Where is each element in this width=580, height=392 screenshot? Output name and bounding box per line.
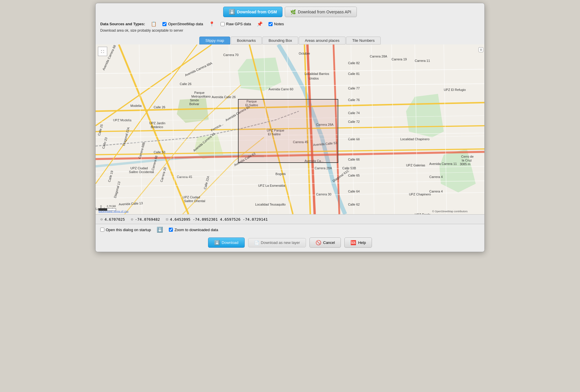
osm-label: OpenStreetMap data (168, 22, 203, 26)
svg-text:Calle 68: Calle 68 (348, 137, 360, 141)
svg-text:Carrera 11: Carrera 11 (415, 59, 430, 62)
osm-icon: 📋 (151, 21, 157, 27)
circle-icon: ⊙ (131, 217, 133, 222)
zoom-checkbox[interactable] (169, 228, 173, 232)
notes-icon: 📌 (257, 21, 263, 27)
zoom-checkbox-label[interactable]: Zoom to downloaded data (169, 228, 218, 232)
data-sources-row: Data Sources and Types: 📋 OpenStreetMap … (96, 19, 484, 28)
svg-text:Calle 64: Calle 64 (348, 190, 360, 193)
svg-text:UPZ El Refugio: UPZ El Refugio (444, 88, 466, 91)
bbox-icon: ⊡ (166, 217, 168, 222)
svg-text:Carrera 4: Carrera 4 (429, 175, 443, 179)
download-arrow-icon: ⬇️ (157, 226, 163, 233)
svg-text:Carrera 28A: Carrera 28A (370, 55, 387, 58)
tab-slippy-map[interactable]: Slippy map (199, 37, 230, 44)
status-message: Download area ok, size probably acceptab… (100, 28, 183, 33)
map-nav-control[interactable]: ⛶ (98, 47, 107, 56)
help-button[interactable]: 🆘 Help (344, 238, 372, 248)
download-btn-label: Download (222, 240, 239, 245)
gps-label: Raw GPS data (226, 22, 251, 26)
svg-text:Calle 66: Calle 66 (348, 158, 360, 161)
status-row: Download area ok, size probably acceptab… (96, 28, 484, 35)
svg-text:Calle 74: Calle 74 (348, 111, 360, 115)
tabs-row: Slippy map Bookmarks Bounding Box Areas … (96, 35, 484, 44)
svg-text:Modelia: Modelia (130, 104, 142, 107)
svg-text:Calle 81: Calle 81 (348, 72, 360, 75)
download-layer-icon: 📄 (254, 240, 259, 245)
longitude-display: ⊙ -74.0769482 (131, 217, 160, 222)
lon-value: -74.0769482 (135, 217, 160, 222)
svg-text:UPZ JardínBotánico: UPZ JardínBotánico (149, 121, 165, 129)
help-label: Help (358, 240, 366, 245)
svg-text:Avenida Calle 26: Avenida Calle 26 (212, 95, 236, 99)
help-icon: 🆘 (350, 240, 356, 245)
top-buttons-row: ⬇️ Download from OSM 🌿 Download from Ove… (96, 3, 484, 19)
svg-text:Calle 26: Calle 26 (180, 82, 191, 86)
svg-text:Localidad Chapinero: Localidad Chapinero (400, 137, 429, 141)
tab-bounding-box[interactable]: Bounding Box (262, 37, 298, 44)
svg-text:UPZ Modelia: UPZ Modelia (113, 118, 132, 122)
svg-text:Carrera 4: Carrera 4 (429, 190, 443, 193)
svg-text:Calle 72: Calle 72 (348, 120, 360, 123)
notes-checkbox[interactable] (268, 22, 273, 26)
startup-checkbox-label[interactable]: Open this dialog on startup (100, 228, 151, 232)
download-dialog: ⬇️ Download from OSM 🌿 Download from Ove… (95, 3, 485, 252)
download-osm-icon: ⬇️ (229, 9, 235, 15)
lat-value: 4.6707025 (104, 217, 125, 222)
svg-text:Carrera 19: Carrera 19 (391, 57, 407, 61)
download-overpass-button[interactable]: 🌿 Download from Overpass API (285, 7, 357, 17)
svg-text:Calle 77: Calle 77 (348, 87, 360, 90)
svg-text:UPZ Galerias: UPZ Galerias (406, 163, 425, 167)
svg-text:Carrera 45: Carrera 45 (293, 140, 308, 144)
tab-areas-around-places[interactable]: Areas around places (299, 37, 346, 44)
gps-icon: 📍 (209, 21, 215, 27)
bottom-options-row: Open this dialog on startup ⬇️ Zoom to d… (96, 224, 484, 235)
gps-checkbox-label[interactable]: Raw GPS data (221, 22, 251, 26)
download-new-layer-button[interactable]: 📄 Download as new layer (248, 238, 306, 247)
bbox-value: 4.6452095 -74.0952301 4.6597526 -74.0729… (170, 217, 268, 222)
svg-text:Carrera 28A: Carrera 28A (315, 166, 332, 170)
svg-text:Calle 53: Calle 53 (154, 150, 165, 154)
cancel-label: Cancel (323, 240, 335, 245)
download-button[interactable]: ⬇️ Download (208, 238, 245, 248)
map-container[interactable]: Modelia UPZ Modelia UPZ JardínBotánico U… (96, 44, 484, 214)
status-bar: ⊖ 4.6707025 ⊙ -74.0769482 ⊡ 4.6452095 -7… (96, 214, 484, 224)
svg-text:© OpenStreetMap contributors: © OpenStreetMap contributors (432, 210, 468, 213)
svg-text:Calle 26: Calle 26 (154, 105, 165, 109)
osm-checkbox[interactable] (162, 22, 167, 26)
svg-text:Background Terms of Use: Background Terms of Use (99, 210, 128, 213)
map-svg: Modelia UPZ Modelia UPZ JardínBotánico U… (96, 44, 484, 214)
svg-text:≡: ≡ (480, 48, 482, 52)
zoom-label: Zoom to downloaded data (174, 228, 218, 232)
svg-text:Avenida Carrera 11: Avenida Carrera 11 (429, 162, 457, 166)
svg-text:UPZ Chapinero: UPZ Chapinero (409, 193, 431, 196)
download-osm-button[interactable]: ⬇️ Download from OSM (223, 7, 282, 17)
osm-checkbox-label[interactable]: OpenStreetMap data (162, 22, 203, 26)
svg-text:Calle 53B: Calle 53B (342, 166, 356, 170)
cancel-button[interactable]: 🚫 Cancel (309, 238, 341, 248)
download-osm-label: Download from OSM (237, 10, 277, 14)
latitude-display: ⊖ 4.6707025 (100, 217, 125, 222)
svg-text:UPZ PardoRubio: UPZ PardoRubio (415, 213, 430, 214)
svg-text:Carrera 70: Carrera 70 (223, 53, 238, 57)
gps-checkbox[interactable] (221, 22, 225, 26)
svg-text:Carrera 30: Carrera 30 (316, 193, 331, 196)
svg-text:Localidad Teusaquillo: Localidad Teusaquillo (255, 203, 286, 206)
svg-text:Octubre: Octubre (299, 52, 310, 55)
download-btn-icon: ⬇️ (214, 240, 220, 245)
svg-text:Carrera 28A: Carrera 28A (316, 123, 334, 126)
svg-text:Calle 62: Calle 62 (348, 203, 360, 206)
svg-text:Calle 82: Calle 82 (348, 61, 360, 65)
svg-text:0: 0 (100, 205, 102, 208)
cancel-icon: 🚫 (316, 240, 321, 245)
download-overpass-label: Download from Overpass API (298, 10, 351, 14)
notes-label: Notes (274, 22, 284, 26)
data-sources-label: Data Sources and Types: (100, 22, 145, 26)
tab-tile-numbers[interactable]: Tile Numbers (346, 37, 381, 44)
minus-circle-icon: ⊖ (100, 217, 103, 222)
action-buttons-row: ⬇️ Download 📄 Download as new layer 🚫 Ca… (96, 235, 484, 252)
tab-bookmarks[interactable]: Bookmarks (231, 37, 262, 44)
svg-text:Avenida Carre 60: Avenida Carre 60 (268, 87, 293, 91)
notes-checkbox-label[interactable]: Notes (268, 22, 284, 26)
startup-checkbox[interactable] (100, 228, 104, 232)
